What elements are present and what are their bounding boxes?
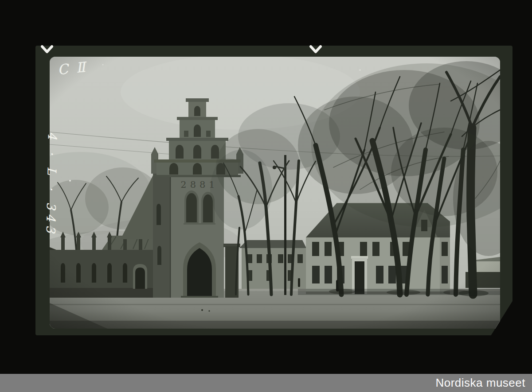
photograph: C Ⅱ (50, 57, 500, 329)
photo-scene: 2881 (50, 57, 500, 329)
handwritten-series-mark: C Ⅱ (57, 59, 88, 78)
handwritten-archive-number: 4 · L · 343 (43, 132, 59, 264)
watermark-bar: Nordiska museet (0, 374, 532, 392)
photo-print: C Ⅱ (35, 46, 512, 335)
chevron-down-icon (41, 45, 53, 54)
scanner-background: 4 · L · 343 C Ⅱ (0, 0, 532, 392)
chevron-down-icon (309, 45, 322, 54)
vignette (50, 57, 500, 329)
museum-watermark: Nordiska museet (435, 374, 525, 392)
